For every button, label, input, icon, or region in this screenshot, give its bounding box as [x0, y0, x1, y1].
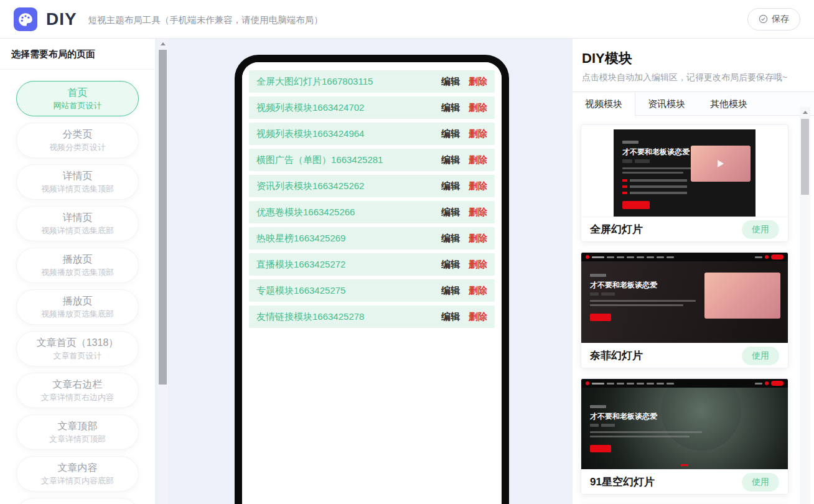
sidebar-page-item[interactable]: 分类页视频分类页设计	[16, 123, 139, 158]
sidebar-page-item[interactable]: 文章顶部文章详情页顶部	[16, 414, 139, 450]
sidebar-scrollbar[interactable]	[157, 39, 168, 504]
module-edit-link[interactable]: 编辑	[441, 128, 460, 140]
phone-module-row: 热映星榜1663425269编辑删除	[249, 227, 495, 250]
preview-play-button	[590, 314, 611, 321]
module-delete-link[interactable]: 删除	[469, 233, 487, 245]
preview-desc-bar	[590, 304, 683, 306]
preview-body: 才不要和老板谈恋爱	[581, 261, 788, 343]
phone-module-row: 友情链接模块1663425278编辑删除	[249, 306, 495, 328]
page-item-desc: 视频播放页选集底部	[41, 309, 114, 320]
phone-module-row: 视频列表模块1663424702编辑删除	[249, 96, 495, 119]
page-item-label: 详情页	[63, 170, 93, 182]
use-module-button[interactable]: 使用	[742, 473, 779, 492]
preview-navbar	[581, 253, 788, 261]
panel-scrollbar[interactable]	[800, 107, 810, 504]
phone-module-row: 横图广告（单图）1663425281编辑删除	[249, 149, 495, 171]
phone-module-row: 优惠卷模块1663425266编辑删除	[249, 201, 495, 223]
sidebar-scrollbar-thumb[interactable]	[159, 50, 167, 385]
module-edit-link[interactable]: 编辑	[441, 180, 460, 192]
nav-link-bar	[647, 256, 654, 258]
module-delete-link[interactable]: 删除	[469, 259, 487, 271]
rank-text-bar	[630, 185, 687, 188]
sidebar-title: 选择需要布局的页面	[0, 39, 155, 70]
phone-module-row: 资讯列表模块1663425262编辑删除	[249, 175, 495, 197]
header-subtitle: 短视主题布局工具（手机端未作兼容，请使用电脑端布局）	[88, 14, 323, 26]
sidebar-scrollbar-up-icon[interactable]	[157, 39, 168, 49]
preview-chip-bar	[601, 424, 615, 427]
module-delete-link[interactable]: 删除	[469, 207, 487, 218]
page-item-desc: 文章详情页右边内容	[41, 392, 114, 403]
sidebar-page-item[interactable]: 播放页视频播放页选集顶部	[16, 248, 139, 283]
page-item-label: 文章顶部	[58, 420, 98, 432]
nav-link-bar	[667, 383, 674, 385]
palette-icon	[17, 11, 34, 27]
preview-chip-bar	[622, 159, 632, 163]
sidebar-page-item[interactable]: 文章右边栏文章详情页右边内容	[16, 373, 139, 408]
save-button-label: 保存	[772, 14, 789, 25]
sidebar-page-item[interactable]: 首页网站首页设计	[16, 81, 139, 116]
module-edit-link[interactable]: 编辑	[441, 233, 460, 245]
nav-link-bar	[667, 256, 674, 258]
module-edit-link[interactable]: 编辑	[441, 102, 460, 114]
module-delete-link[interactable]: 删除	[469, 102, 487, 114]
phone-module-name: 视频列表模块1663424702	[256, 102, 435, 114]
phone-screen: 全屏大图幻灯片1667803115编辑删除视频列表模块1663424702编辑删…	[242, 62, 502, 504]
module-delete-link[interactable]: 删除	[469, 128, 487, 140]
module-delete-link[interactable]: 删除	[469, 76, 487, 88]
phone-module-name: 直播模块1663425272	[256, 259, 435, 271]
preview-tag-bar	[622, 141, 639, 144]
preview-photo	[704, 273, 780, 319]
module-delete-link[interactable]: 删除	[469, 154, 487, 166]
nav-link-bar	[657, 256, 664, 258]
module-card-91星空幻灯片[interactable]: 才不要和老板谈恋爱91星空幻灯片使用	[581, 378, 788, 495]
panel-subtitle: 点击模块自动加入编辑区，记得更改布局后要保存哦~	[582, 72, 814, 83]
rank-text-bar	[630, 179, 687, 182]
phone-module-name: 资讯列表模块1663425262	[256, 180, 435, 192]
module-edit-link[interactable]: 编辑	[441, 259, 460, 271]
module-delete-link[interactable]: 删除	[469, 311, 487, 323]
page-item-desc: 视频分类页设计	[49, 142, 106, 153]
use-module-button[interactable]: 使用	[742, 220, 779, 239]
sidebar-page-item[interactable]: 详情页视频详情页选集底部	[16, 206, 139, 241]
tab-视频模块[interactable]: 视频模块	[573, 92, 635, 116]
module-card-list: 才不要和老板谈恋爱全屏幻灯片使用才不要和老板谈恋爱奈菲幻灯片使用才不要和老板谈恋…	[581, 124, 788, 504]
nav-link-bar	[607, 383, 614, 385]
rank-text-bar	[630, 192, 687, 194]
use-module-button[interactable]: 使用	[742, 347, 779, 365]
module-preview-image: 才不要和老板谈恋爱	[581, 253, 788, 343]
panel-scrollbar-thumb[interactable]	[801, 119, 809, 195]
rank-number-bar	[622, 192, 627, 194]
page-item-desc: 文章详情页顶部	[49, 434, 106, 445]
nav-link-bar	[647, 383, 654, 385]
nav-action-bar	[755, 383, 762, 385]
module-card-全屏幻灯片[interactable]: 才不要和老板谈恋爱全屏幻灯片使用	[581, 124, 788, 242]
phone-module-name: 视频列表模块1663424964	[256, 128, 435, 140]
module-edit-link[interactable]: 编辑	[441, 154, 460, 166]
module-delete-link[interactable]: 删除	[469, 285, 487, 297]
tab-资讯模块[interactable]: 资讯模块	[635, 92, 698, 115]
module-edit-link[interactable]: 编辑	[441, 311, 460, 323]
sidebar-page-item[interactable]: 播放页视频播放页选集底部	[16, 289, 139, 325]
preview-desc-bar	[622, 167, 692, 169]
sidebar-page-item[interactable]: 文章首页（1318）文章首页设计	[16, 331, 139, 366]
tab-其他模块[interactable]: 其他模块	[698, 92, 760, 115]
sidebar-page-item[interactable]: 文章内容文章详情页内容底部	[16, 456, 139, 492]
module-edit-link[interactable]: 编辑	[441, 285, 460, 297]
phone-module-name: 热映星榜1663425269	[256, 233, 435, 245]
module-edit-link[interactable]: 编辑	[441, 207, 460, 218]
preview-body: 才不要和老板谈恋爱	[614, 129, 756, 217]
phone-module-name: 专题模块1663425275	[256, 285, 435, 297]
save-button[interactable]: 保存	[747, 8, 800, 30]
nav-login-pill	[771, 381, 784, 386]
module-edit-link[interactable]: 编辑	[441, 76, 460, 88]
nav-link-bar	[617, 383, 624, 385]
preview-title: 才不要和老板谈恋爱	[590, 411, 657, 422]
brand-logo	[14, 7, 37, 31]
panel-scrollbar-up-icon[interactable]	[800, 107, 810, 118]
module-card-奈菲幻灯片[interactable]: 才不要和老板谈恋爱奈菲幻灯片使用	[581, 252, 788, 368]
page-item-label: 详情页	[63, 212, 93, 224]
sidebar-page-item[interactable]: 详情页视频详情页选集顶部	[16, 164, 139, 200]
module-delete-link[interactable]: 删除	[469, 180, 487, 192]
nav-link-bar	[627, 383, 634, 385]
sidebar-page-item[interactable]: DIY1	[16, 498, 139, 504]
